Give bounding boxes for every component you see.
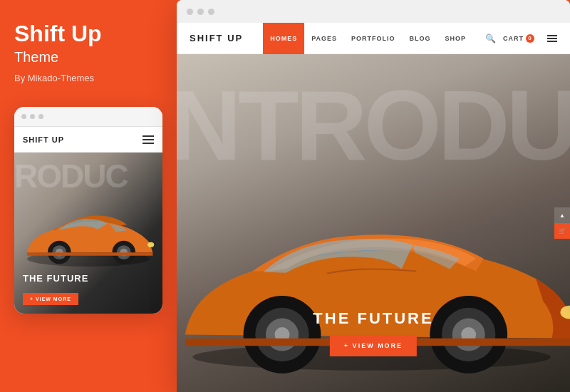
side-button-cart[interactable]: 🛒 xyxy=(554,223,570,239)
nav-item-shop[interactable]: SHOP xyxy=(438,23,474,54)
cart-badge: 0 xyxy=(526,34,534,43)
desktop-dot-3 xyxy=(208,9,214,15)
cart-button[interactable]: CART 0 xyxy=(503,34,534,43)
cart-label: CART xyxy=(503,35,524,42)
theme-title: Shift Up xyxy=(14,21,102,46)
mobile-browser-bar xyxy=(14,107,162,127)
nav-item-pages[interactable]: PAGES xyxy=(304,23,344,54)
mobile-nav: SHIFT UP xyxy=(14,127,162,153)
nav-item-portfolio[interactable]: PORTFOLIO xyxy=(344,23,403,54)
desktop-dot-2 xyxy=(197,9,204,15)
side-button-top[interactable]: ▲ xyxy=(554,207,570,223)
mobile-hero-title: THE FUTURE xyxy=(23,273,88,284)
mobile-dot-2 xyxy=(30,114,35,119)
nav-item-blog[interactable]: BLOG xyxy=(403,23,438,54)
mobile-car-image xyxy=(14,153,162,314)
mobile-cta-button[interactable]: + VIEW MORE xyxy=(23,293,78,305)
desktop-nav: SHIFT UP HOMES PAGES PORTFOLIO BLOG SHOP… xyxy=(177,23,570,54)
theme-subtitle: Theme xyxy=(14,49,58,66)
hamburger-icon[interactable] xyxy=(547,35,557,42)
desktop-nav-items: HOMES PAGES PORTFOLIO BLOG SHOP xyxy=(263,23,485,54)
desktop-hero-title: THE FUTURE xyxy=(313,309,433,328)
desktop-dot-1 xyxy=(187,9,193,15)
svg-point-7 xyxy=(147,242,154,247)
search-icon[interactable]: 🔍 xyxy=(485,33,496,43)
theme-author: By Mikado-Themes xyxy=(14,73,94,83)
desktop-hero: NTRODUCIN xyxy=(177,54,570,392)
left-panel: Shift Up Theme By Mikado-Themes SHIFT UP… xyxy=(0,0,175,392)
mobile-dot-3 xyxy=(38,114,43,119)
desktop-mockup: SHIFT UP HOMES PAGES PORTFOLIO BLOG SHOP… xyxy=(177,0,570,392)
nav-item-homes[interactable]: HOMES xyxy=(263,23,304,54)
mobile-mockup: SHIFT UP RODUC xyxy=(14,107,162,314)
desktop-cta-button[interactable]: + VIEW MORE xyxy=(330,335,417,356)
desktop-nav-right: 🔍 CART 0 xyxy=(485,33,557,43)
desktop-browser-bar xyxy=(177,0,570,23)
desktop-logo: SHIFT UP xyxy=(190,33,243,43)
mobile-hero: RODUC xyxy=(14,153,162,314)
mobile-dot-1 xyxy=(21,114,26,119)
mobile-hamburger-icon[interactable] xyxy=(142,135,154,144)
mobile-logo: SHIFT UP xyxy=(23,135,64,144)
desktop-side-buttons: ▲ 🛒 xyxy=(554,207,570,239)
